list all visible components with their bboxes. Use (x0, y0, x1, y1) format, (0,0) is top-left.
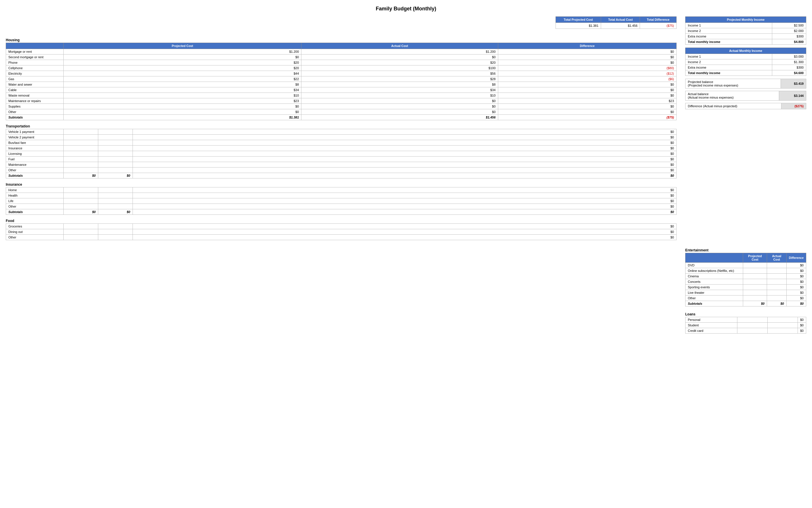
projected-balance-table: Projected balance (Projected income minu… (685, 79, 806, 88)
table-row: Sporting events $0 (685, 285, 806, 290)
table-row: Income 1 $3.000 (685, 54, 806, 59)
table-row: Home $0 (6, 187, 677, 193)
actual-balance-sublabel: (Actual income minus expenses) (688, 96, 734, 99)
table-row: Other $0 (6, 168, 677, 173)
difference-label: Difference (688, 104, 702, 108)
difference-sublabel: (Actual minus projected) (703, 104, 737, 108)
transportation-table: Vehicle 1 payment $0 Vehicle 2 payment $… (6, 129, 677, 178)
projected-balance-value: $3.419 (781, 79, 806, 88)
entertainment-header-actual: Actual Cost (767, 253, 786, 263)
summary-header-actual: Total Actual Cost (601, 17, 640, 23)
summary-header-projected: Total Projected Cost (556, 17, 601, 23)
table-row: Student $0 (685, 323, 806, 328)
difference-balance-table: Difference (Actual minus projected) ($27… (685, 103, 806, 109)
table-row: Electricity $44 $56 ($12) (6, 71, 677, 76)
loans-table: Personal $0 Student $0 Credit card $0 (685, 317, 806, 334)
table-row: Bus/taxi fare $0 (6, 140, 677, 145)
housing-header-diff: Difference (498, 43, 676, 49)
table-row: Insurance $0 (6, 145, 677, 151)
table-row: Water and sewer $8 $8 $0 (6, 82, 677, 87)
table-row: Other $0 $0 $0 (6, 109, 677, 115)
housing-header-actual: Actual Cost (302, 43, 498, 49)
actual-balance-label: Actual balance (688, 92, 709, 96)
table-row: Credit card $0 (685, 328, 806, 334)
table-row: Income 2 $1.300 (685, 59, 806, 65)
entertainment-header-projected: Projected Cost (743, 253, 767, 263)
projected-income-table: Projected Monthly Income Income 1 $2.500… (685, 16, 806, 45)
summary-table: Total Projected Cost Total Actual Cost T… (555, 16, 677, 29)
table-row: Other $0 (685, 296, 806, 301)
table-row: Phone $20 $20 $0 (6, 60, 677, 66)
entertainment-header-diff: Difference (786, 253, 806, 263)
loans-title: Loans (685, 312, 806, 316)
summary-projected-val: $1.381 (556, 23, 601, 29)
table-row: Licensing $0 (6, 151, 677, 157)
actual-balance-table: Actual balance (Actual income minus expe… (685, 91, 806, 100)
housing-table: Projected Cost Actual Cost Difference Mo… (6, 43, 677, 120)
housing-title: Housing (6, 38, 677, 42)
table-row: Mortgage or rent $1.200 $1.200 $0 (6, 49, 677, 54)
table-row: Vehicle 1 payment $0 (6, 129, 677, 135)
insurance-table: Home $0 Health $0 Life $0 Other (6, 187, 677, 215)
food-title: Food (6, 219, 677, 223)
insurance-title: Insurance (6, 182, 677, 186)
table-row: Fuel $0 (6, 157, 677, 162)
table-row: Extra income $300 (685, 65, 806, 70)
table-row: Dining out $0 (6, 229, 677, 235)
entertainment-table: Projected Cost Actual Cost Difference DV… (685, 253, 806, 306)
table-row: Online subscriptions (Netflix, etc) $0 (685, 268, 806, 273)
actual-income-table: Actual Monthly Income Income 1 $3.000 In… (685, 48, 806, 76)
table-row: Income 2 $2.000 (685, 28, 806, 34)
entertainment-subtotal: Subtotals $0 $0 $0 (685, 301, 806, 306)
transportation-subtotal: Subtotals $0 $0 $0 (6, 173, 677, 178)
table-row: Cable $34 $34 $0 (6, 87, 677, 93)
table-row: Vehicle 2 payment $0 (6, 135, 677, 140)
food-table: Groceries $0 Dining out $0 Other $0 (6, 223, 677, 240)
table-row: Maintenance $0 (6, 162, 677, 168)
table-row: Other $0 (6, 235, 677, 240)
table-row: Other $0 (6, 204, 677, 209)
actual-income-total: Total monthly income $4.600 (685, 70, 806, 76)
housing-subtotal: Subtotals $1.381 $1.456 ($75) (6, 115, 677, 120)
table-row: Live theater $0 (685, 290, 806, 296)
projected-income-header: Projected Monthly Income (685, 17, 806, 23)
table-row: Extra income $300 (685, 34, 806, 39)
table-row: Income 1 $2.500 (685, 23, 806, 28)
table-row: Supplies $0 $0 $0 (6, 104, 677, 109)
transportation-title: Transportation (6, 124, 677, 128)
table-row: Groceries $0 (6, 224, 677, 229)
table-row: Health $0 (6, 193, 677, 198)
projected-balance-label: Projected balance (688, 80, 713, 84)
projected-income-total: Total monthly income $4.800 (685, 39, 806, 45)
page-title: Family Budget (Monthly) (6, 6, 806, 12)
summary-diff-val: ($75) (640, 23, 677, 29)
table-row: DVD $0 (685, 263, 806, 268)
table-row: Second mortgage or rent $0 $0 $0 (6, 54, 677, 60)
table-row: Cinema $0 (685, 273, 806, 279)
summary-header-diff: Total Difference (640, 17, 677, 23)
table-row: Personal $0 (685, 317, 806, 323)
table-row: Maintenance or repairs $23 $0 $23 (6, 98, 677, 104)
table-row: Cellphone $20 $100 ($80) (6, 66, 677, 71)
table-row: Life $0 (6, 198, 677, 204)
actual-balance-value: $3.144 (779, 91, 806, 100)
insurance-subtotal: Subtotals $0 $0 $0 (6, 209, 677, 215)
projected-balance-sublabel: (Projected income minus expenses) (688, 84, 738, 87)
entertainment-title: Entertainment (685, 248, 806, 252)
difference-value: ($275) (781, 103, 806, 109)
actual-income-header: Actual Monthly Income (685, 48, 806, 54)
table-row: Waste removal $10 $10 $0 (6, 93, 677, 98)
table-row: Concerts $0 (685, 279, 806, 285)
housing-header-projected: Projected Cost (64, 43, 302, 49)
summary-actual-val: $1.456 (601, 23, 640, 29)
table-row: Gas $22 $28 ($6) (6, 76, 677, 82)
